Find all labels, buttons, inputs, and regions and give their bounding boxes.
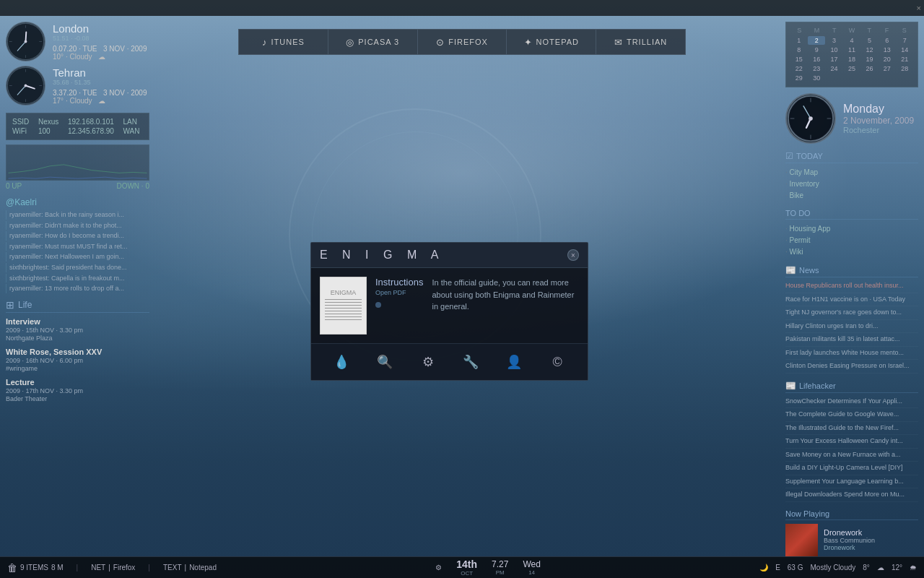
net-type1: LAN <box>123 118 143 126</box>
app-btn-firefox[interactable]: ⊙FIREFOX <box>418 29 507 55</box>
enigma-icon-drop[interactable]: 💧 <box>331 351 352 373</box>
weekday-num: 14 <box>523 569 540 576</box>
cal-header-day: S <box>896 27 913 34</box>
today-section: ☑ TODAY City MapInventoryBike <box>785 151 918 202</box>
app-bar: ♪ITUNES◎PICASA 3⊙FIREFOX✦NOTEPAD✉TRILLIA… <box>238 29 686 55</box>
cal-day: 9 <box>808 46 824 54</box>
news-item[interactable]: Race for H1N1 vaccine is on · USA Today <box>785 295 918 307</box>
life-section-title: ⊞ Life <box>6 299 149 313</box>
browser-item: NET | Firefox <box>91 564 135 571</box>
lifehacker-item[interactable]: Supplement Your Language Learning b... <box>785 477 918 489</box>
separator-dot2: | <box>185 564 187 571</box>
lifehacker-item[interactable]: Build a DIY Light-Up Camera Level [DIY] <box>785 463 918 475</box>
np-album: Bass Communion <box>824 537 918 544</box>
svg-point-7 <box>25 40 27 43</box>
cal-days: 1234567891011121314151617181920212223242… <box>790 36 913 82</box>
twitter-widget: @Kaelri ryanemiller: Back in the rainy s… <box>6 197 149 293</box>
big-clock-info: Monday 2 November, 2009 Rochester <box>843 103 914 134</box>
net-type2: WAN <box>123 127 143 135</box>
clock-tehran: Tehran 35.68 · 51.35 3.37.20 · TUE 3 NOV… <box>6 66 149 105</box>
taskbar-close[interactable]: × <box>917 4 921 12</box>
cal-header-day: M <box>808 27 825 34</box>
todo-items: Housing AppPermitWiki <box>785 223 918 258</box>
news-item[interactable]: Pakistan militants kill 35 in latest att… <box>785 335 918 347</box>
app-btn-itunes[interactable]: ♪ITUNES <box>238 29 328 55</box>
bottom-center: ⚙ 14th OCT 7.27 PM Wed 14 <box>227 558 749 577</box>
app-btn-trillian[interactable]: ✉TRILLIAN <box>596 29 686 55</box>
bottom-right: 🌙 E 63 G Mostly Cloudy 8° ☁ 12° 🌧 <box>759 564 917 571</box>
news-item[interactable]: Tight NJ governor's race goes down to... <box>785 308 918 320</box>
gear-item[interactable]: ⚙ <box>435 564 442 571</box>
trash-count: 9 ITEMS <box>20 564 48 571</box>
trash-icon: 🗑 <box>7 562 17 574</box>
clock-coords-london: 51.51 · -0.08 <box>53 35 149 42</box>
app-btn-picasa[interactable]: ◎PICASA 3 <box>328 29 418 55</box>
editor-item: TEXT | Notepad <box>163 564 217 571</box>
today-item: Bike <box>785 190 918 202</box>
cal-day: 8 <box>790 46 807 54</box>
enigma-link-dot <box>375 302 381 308</box>
np-title: Dronework <box>824 528 918 537</box>
cal-day: 4 <box>843 36 860 45</box>
news-items: Race for H1N1 vaccine is on · USA TodayT… <box>785 295 918 374</box>
clock-face-london <box>6 22 45 61</box>
tweet-item: ryanemiller: Back in the rainy season i.… <box>6 210 149 220</box>
cal-day: 17 <box>826 55 842 64</box>
event-item: Interview2009 · 15th NOV · 3.30 pmNorthg… <box>6 317 149 342</box>
clock-london: London 51.51 · -0.08 0.07.20 · TUE 3 NOV… <box>6 22 149 61</box>
net-grid: SSID Nexus 192.168.0.101 LAN WiFi 100 12… <box>12 118 143 135</box>
lifehacker-item[interactable]: SnowChecker Determines If Your Appli... <box>785 397 918 409</box>
enigma-icon-wrench[interactable]: 🔧 <box>460 351 481 373</box>
enigma-icon-user[interactable]: 👤 <box>503 351 525 373</box>
todo-item: Housing App <box>785 223 918 235</box>
cal-day: 1 <box>790 36 807 45</box>
cal-day: 6 <box>879 36 895 45</box>
event-tag: #wringame <box>6 365 149 372</box>
today-items: City MapInventoryBike <box>785 167 918 202</box>
temp-low: 8° <box>863 564 870 571</box>
temp-high: 12° <box>892 564 902 571</box>
enigma-link-title[interactable]: Instructions <box>375 277 423 288</box>
tweet-item: ryanemiller: Next Halloween I am goin... <box>6 252 149 262</box>
svg-point-15 <box>25 85 27 87</box>
app-btn-notepad[interactable]: ✦NOTEPAD <box>507 29 596 55</box>
svg-line-5 <box>26 33 27 42</box>
lifehacker-item[interactable]: Illegal Downloaders Spend More on Mu... <box>785 490 918 502</box>
enigma-icon-copyright[interactable]: © <box>546 351 568 373</box>
lifehacker-item[interactable]: Turn Your Excess Halloween Candy int... <box>785 436 918 449</box>
cal-day: 30 <box>808 74 824 82</box>
text-label: TEXT <box>163 564 182 571</box>
taskbar: × <box>0 0 924 16</box>
weekday-val: Wed <box>523 559 540 569</box>
news-item[interactable]: Hillary Clinton urges Iran to dri... <box>785 322 918 334</box>
lifehacker-title: 📰 Lifehacker <box>785 381 918 393</box>
today-item: City Map <box>785 167 918 178</box>
enigma-icon-search[interactable]: 🔍 <box>374 351 396 373</box>
now-playing: Dronework Bass Communion Dronework <box>785 524 918 556</box>
clock-temp-london: 10° · Cloudy ☁ <box>53 53 149 61</box>
news-item[interactable]: First lady launches White House mento... <box>785 348 918 361</box>
clock-temp-tehran: 17° · Cloudy ☁ <box>53 97 149 105</box>
separator-dot: | <box>108 564 110 571</box>
enigma-link[interactable]: Instructions Open PDF <box>375 277 423 296</box>
enigma-close-button[interactable]: × <box>567 249 579 261</box>
enigma-icon-gear[interactable]: ⚙ <box>417 351 439 373</box>
enigma-title-bar: E N I G M A × <box>311 243 588 268</box>
cal-header-day: F <box>878 27 895 34</box>
enigma-link-sub: Open PDF <box>375 289 423 296</box>
events-list: Interview2009 · 15th NOV · 3.30 pmNorthg… <box>6 317 149 402</box>
up-label: 0 UP <box>6 182 22 190</box>
lifehacker-item[interactable]: Save Money on a New Furnace with a... <box>785 450 918 462</box>
wifi-label: WiFi <box>12 127 32 135</box>
enigma-description: In the official guide, you can read more… <box>432 277 579 313</box>
today-item: Inventory <box>785 178 918 190</box>
news-item[interactable]: Clinton Denies Easing Pressure on Israel… <box>785 361 918 374</box>
news-highlight[interactable]: House Republicans roll out health insur.… <box>785 281 918 293</box>
time-item: 7.27 PM <box>492 559 508 576</box>
enigma-icons-bar: 💧 🔍 ⚙ 🔧 👤 © <box>311 343 588 380</box>
cal-day: 12 <box>861 46 878 54</box>
lifehacker-item[interactable]: The Illustrated Guide to the New Firef..… <box>785 423 918 436</box>
lifehacker-item[interactable]: The Complete Guide to Google Wave... <box>785 410 918 422</box>
cal-day: 18 <box>843 55 860 64</box>
cal-header-day: T <box>826 27 843 34</box>
